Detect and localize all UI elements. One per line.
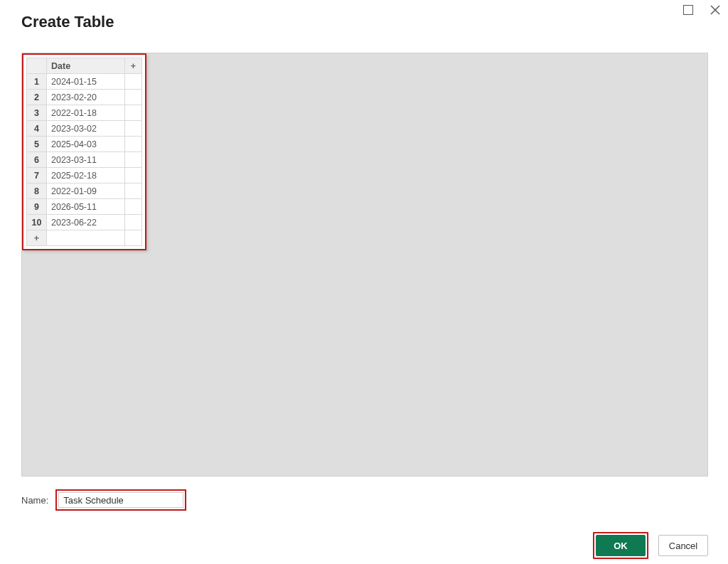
date-cell[interactable]: 2023-02-20 — [47, 90, 125, 105]
date-cell[interactable]: 2026-05-11 — [47, 199, 125, 215]
date-cell[interactable]: 2023-03-11 — [47, 152, 125, 168]
table-highlight: Date + 12024-01-1522023-02-2032022-01-18… — [22, 53, 146, 250]
table-row[interactable]: 102023-06-22 — [27, 215, 142, 230]
date-cell[interactable]: 2022-01-09 — [47, 183, 125, 199]
empty-cell — [125, 152, 142, 168]
empty-cell — [125, 230, 142, 246]
empty-cell — [125, 90, 142, 105]
row-number: 5 — [27, 137, 47, 152]
add-row-button[interactable]: + — [27, 230, 47, 246]
empty-cell — [47, 230, 125, 246]
empty-cell — [125, 168, 142, 183]
add-column-button[interactable]: + — [125, 58, 142, 74]
row-number: 4 — [27, 121, 47, 137]
row-number: 2 — [27, 90, 47, 105]
table-row[interactable]: 22023-02-20 — [27, 90, 142, 105]
row-number: 1 — [27, 74, 47, 90]
date-cell[interactable]: 2022-01-18 — [47, 105, 125, 121]
empty-cell — [125, 215, 142, 230]
column-header-date[interactable]: Date — [47, 58, 125, 74]
empty-cell — [125, 121, 142, 137]
cancel-button[interactable]: Cancel — [658, 535, 708, 556]
row-number: 6 — [27, 152, 47, 168]
table-row[interactable]: 52025-04-03 — [27, 137, 142, 152]
date-cell[interactable]: 2025-02-18 — [47, 168, 125, 183]
date-cell[interactable]: 2025-04-03 — [47, 137, 125, 152]
empty-cell — [125, 74, 142, 90]
table-name-input[interactable] — [58, 492, 183, 508]
row-number: 9 — [27, 199, 47, 215]
ok-button[interactable]: OK — [596, 535, 646, 556]
table-row[interactable]: 32022-01-18 — [27, 105, 142, 121]
date-cell[interactable]: 2023-06-22 — [47, 215, 125, 230]
table-preview-pane: Date + 12024-01-1522023-02-2032022-01-18… — [21, 53, 708, 477]
row-number: 7 — [27, 168, 47, 183]
row-number: 10 — [27, 215, 47, 230]
corner-cell — [27, 58, 47, 74]
table-row[interactable]: 82022-01-09 — [27, 183, 142, 199]
add-row[interactable]: + — [27, 230, 142, 246]
close-icon[interactable] — [708, 3, 722, 17]
data-table[interactable]: Date + 12024-01-1522023-02-2032022-01-18… — [26, 58, 142, 246]
table-row[interactable]: 62023-03-11 — [27, 152, 142, 168]
empty-cell — [125, 105, 142, 121]
empty-cell — [125, 137, 142, 152]
row-number: 3 — [27, 105, 47, 121]
name-input-highlight — [55, 489, 186, 511]
table-row[interactable]: 92026-05-11 — [27, 199, 142, 215]
date-cell[interactable]: 2024-01-15 — [47, 74, 125, 90]
dialog-title: Create Table — [21, 13, 114, 31]
ok-button-highlight: OK — [593, 532, 648, 559]
restore-icon[interactable] — [681, 3, 695, 17]
empty-cell — [125, 183, 142, 199]
table-row[interactable]: 12024-01-15 — [27, 74, 142, 90]
empty-cell — [125, 199, 142, 215]
date-cell[interactable]: 2023-03-02 — [47, 121, 125, 137]
table-row[interactable]: 42023-03-02 — [27, 121, 142, 137]
table-row[interactable]: 72025-02-18 — [27, 168, 142, 183]
row-number: 8 — [27, 183, 47, 199]
name-label: Name: — [21, 495, 48, 506]
